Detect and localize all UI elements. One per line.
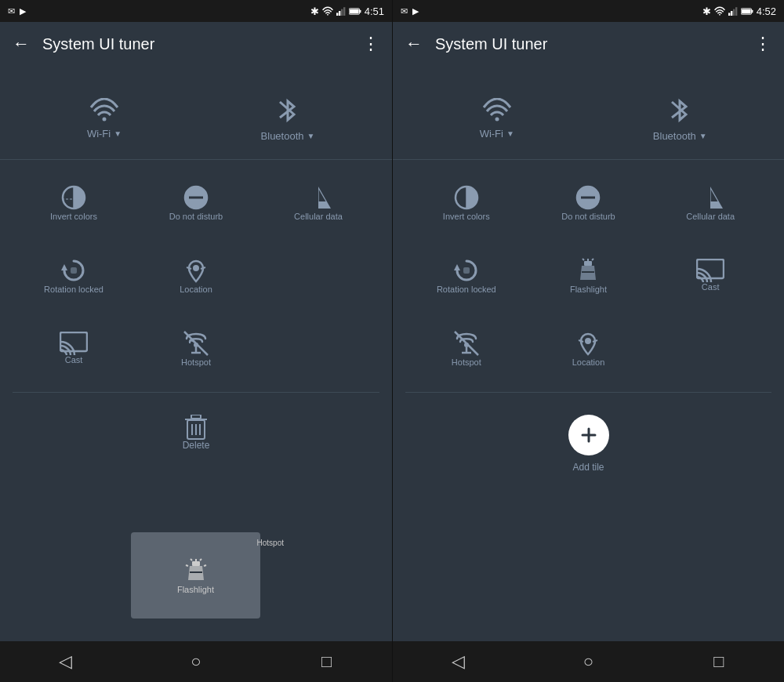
status-bar-right-left-icons: ✉ ▶ xyxy=(401,6,419,16)
bluetooth-tile-icon-left xyxy=(277,96,299,125)
svg-point-68 xyxy=(585,338,591,344)
bluetooth-tile-icon-right xyxy=(669,96,691,125)
svg-rect-56 xyxy=(463,267,470,274)
cellular-data-label-left: Cellular data xyxy=(294,212,343,222)
invert-colors-tile-right[interactable]: Invert colors xyxy=(405,172,528,233)
hotspot-tile-left[interactable]: Hotspot xyxy=(135,318,257,379)
flashlight-tile-right[interactable]: Flashlight xyxy=(528,245,650,306)
delete-label-left: Delete xyxy=(183,440,210,451)
hotspot-ghost-label: Hotspot xyxy=(257,539,284,547)
svg-line-69 xyxy=(579,340,583,342)
add-icon-right xyxy=(579,426,598,444)
bt-dropdown-left: ▼ xyxy=(307,132,315,140)
wifi-tile-right[interactable]: Wi-Fi ▼ xyxy=(405,85,589,153)
bluetooth-label-right: Bluetooth ▼ xyxy=(653,130,707,142)
bottom-nav-left: ◁ ○ □ xyxy=(0,641,392,682)
battery-status-icon-right xyxy=(741,7,753,16)
back-nav-right[interactable]: ◁ xyxy=(434,646,481,677)
tiles-row2-left: Rotation locked Flashlight Hotspot xyxy=(0,239,392,312)
more-button-left[interactable]: ⋮ xyxy=(362,34,379,54)
delete-action-left[interactable]: Delete xyxy=(0,399,392,466)
cast-tile-right[interactable]: Cast xyxy=(649,245,771,306)
svg-rect-44 xyxy=(735,7,737,16)
rotation-locked-tile-left[interactable]: Rotation locked xyxy=(13,245,135,306)
flashlight-icon-right xyxy=(574,256,602,285)
status-bar-right: ✉ ▶ ✱ 4:52 xyxy=(393,0,784,22)
top-tiles-row-left: Wi-Fi ▼ Bluetooth ▼ xyxy=(0,78,392,160)
flashlight-ghost-label: Flashlight xyxy=(177,585,214,595)
svg-rect-2 xyxy=(339,11,340,16)
app-title-left: System UI tuner xyxy=(42,35,362,53)
location-label-left: Location xyxy=(180,285,212,295)
svg-rect-6 xyxy=(359,9,361,13)
location-tile-left[interactable]: Location xyxy=(135,245,257,306)
do-not-disturb-tile-right[interactable]: Do not disturb xyxy=(528,172,650,233)
svg-point-40 xyxy=(719,14,720,16)
home-nav-left[interactable]: ○ xyxy=(172,646,220,677)
app-bar-right: ← System UI tuner ⋮ xyxy=(393,22,784,66)
bluetooth-label-left: Bluetooth ▼ xyxy=(261,130,315,142)
location-tile-right[interactable]: Location xyxy=(528,318,650,379)
divider-left xyxy=(13,392,379,393)
wifi-tile-icon-right xyxy=(482,98,512,123)
back-button-right[interactable]: ← xyxy=(405,34,423,54)
bluetooth-tile-left[interactable]: Bluetooth ▼ xyxy=(196,85,379,153)
tiles-row1-right: Invert colors Do not disturb Cellular da… xyxy=(393,166,784,239)
svg-line-61 xyxy=(583,259,584,260)
svg-line-22 xyxy=(191,559,192,560)
gmail-icon: ✉ xyxy=(8,6,15,16)
bluetooth-tile-right[interactable]: Bluetooth ▼ xyxy=(589,85,772,153)
bottom-nav-right: ◁ ○ □ xyxy=(393,641,784,682)
status-bar-right-icons: ✱ 4:51 xyxy=(310,5,384,17)
wifi-tile-left[interactable]: Wi-Fi ▼ xyxy=(13,85,196,153)
google-play-icon: ▶ xyxy=(20,6,26,16)
svg-line-25 xyxy=(186,565,188,566)
app-title-right: System UI tuner xyxy=(435,35,754,53)
top-tiles-row-right: Wi-Fi ▼ Bluetooth ▼ xyxy=(393,78,784,160)
signal-status-icon-right xyxy=(728,6,738,16)
do-not-disturb-tile-left[interactable]: Do not disturb xyxy=(135,172,257,233)
wifi-status-icon xyxy=(322,6,333,16)
add-tile-action-right[interactable]: Add tile xyxy=(393,399,784,488)
invert-colors-label-right: Invert colors xyxy=(443,212,490,222)
svg-rect-35 xyxy=(191,415,201,419)
svg-point-8 xyxy=(103,118,107,122)
location-icon-right xyxy=(574,329,602,357)
svg-rect-57 xyxy=(584,261,592,266)
cast-label-left: Cast xyxy=(65,355,83,365)
bluetooth-status-icon-right: ✱ xyxy=(702,5,711,17)
svg-point-0 xyxy=(327,14,328,16)
add-tile-button[interactable] xyxy=(568,415,609,455)
svg-marker-55 xyxy=(454,264,460,270)
add-tile-label-right: Add tile xyxy=(572,462,604,473)
rotation-locked-label-right: Rotation locked xyxy=(437,285,496,295)
empty-tile-right xyxy=(649,318,771,379)
hotspot-tile-right[interactable]: Hotspot xyxy=(405,318,528,379)
home-nav-right[interactable]: ○ xyxy=(564,646,612,677)
content-right: Wi-Fi ▼ Bluetooth ▼ xyxy=(393,66,784,641)
recents-nav-left[interactable]: □ xyxy=(303,646,350,677)
cast-tile-left[interactable]: Cast xyxy=(13,318,135,379)
svg-line-70 xyxy=(593,340,597,342)
invert-colors-icon-left xyxy=(60,183,88,212)
cellular-data-tile-left[interactable]: Cellular data xyxy=(257,172,379,233)
wifi-status-icon-right xyxy=(714,6,725,16)
hotspot-icon-left xyxy=(182,329,210,357)
status-time-left: 4:51 xyxy=(365,5,384,17)
bt-dropdown-right: ▼ xyxy=(699,132,707,140)
back-nav-left[interactable]: ◁ xyxy=(42,646,89,677)
invert-colors-tile-left[interactable]: Invert colors xyxy=(13,172,135,233)
cellular-data-tile-right[interactable]: Cellular data xyxy=(649,172,771,233)
status-bar-left: ✉ ▶ ✱ 4:51 xyxy=(0,0,392,22)
hotspot-label-left: Hotspot xyxy=(181,357,211,368)
cast-icon-left xyxy=(60,332,88,355)
back-button-left[interactable]: ← xyxy=(13,34,30,54)
cellular-data-label-right: Cellular data xyxy=(686,212,735,222)
rotation-locked-tile-right[interactable]: Rotation locked xyxy=(405,245,528,306)
recents-nav-right[interactable]: □ xyxy=(695,646,742,677)
do-not-disturb-icon-right xyxy=(574,183,602,212)
flashlight-ghost-icon xyxy=(182,557,210,585)
svg-rect-1 xyxy=(336,13,338,16)
wifi-tile-icon-left xyxy=(89,98,119,123)
more-button-right[interactable]: ⋮ xyxy=(754,34,771,54)
